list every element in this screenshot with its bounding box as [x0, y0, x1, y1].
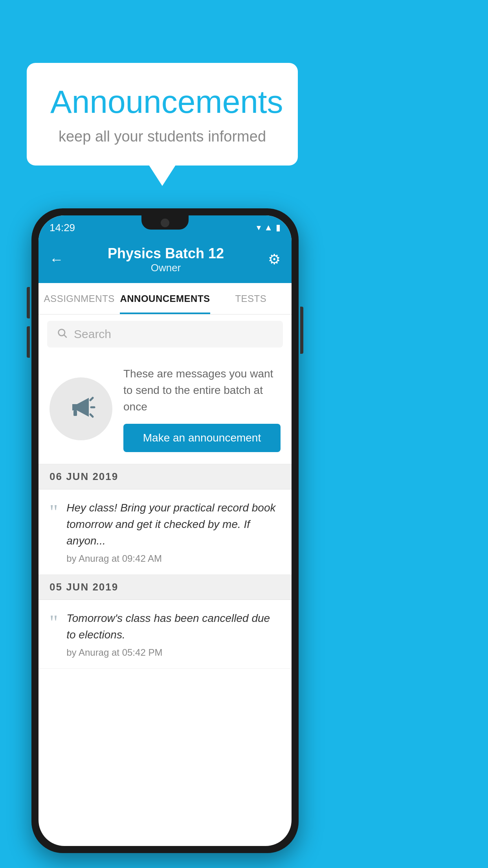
- quote-icon-1: ": [50, 502, 58, 522]
- app-header: ← Physics Batch 12 Owner ⚙: [39, 236, 292, 283]
- announcement-content-2: Tomorrow's class has been cancelled due …: [66, 610, 281, 658]
- tab-assignments[interactable]: ASSIGNMENTS: [39, 283, 120, 314]
- date-separator-1: 06 JUN 2019: [39, 464, 292, 489]
- header-subtitle: Owner: [108, 262, 224, 274]
- announcement-item-2[interactable]: " Tomorrow's class has been cancelled du…: [39, 600, 292, 669]
- battery-icon: ▮: [276, 223, 281, 233]
- volume-up-button[interactable]: [27, 287, 30, 318]
- header-title-group: Physics Batch 12 Owner: [108, 245, 224, 274]
- tab-bar: ASSIGNMENTS ANNOUNCEMENTS TESTS: [39, 283, 292, 314]
- svg-line-1: [64, 335, 66, 337]
- speech-bubble-subtitle: keep all your students informed: [50, 128, 274, 145]
- speech-bubble: Announcements keep all your students inf…: [27, 63, 298, 166]
- svg-point-0: [59, 329, 65, 335]
- promo-description: These are messages you want to send to t…: [123, 366, 281, 415]
- volume-down-button[interactable]: [27, 326, 30, 358]
- back-button[interactable]: ←: [50, 251, 64, 268]
- date-separator-2: 05 JUN 2019: [39, 575, 292, 600]
- status-icons: ▾ ▲ ▮: [257, 223, 281, 233]
- announcement-text-1: Hey class! Bring your practical record b…: [66, 500, 281, 549]
- announcement-meta-1: by Anurag at 09:42 AM: [66, 553, 281, 564]
- phone-outer: 14:29 ▾ ▲ ▮ ← Physics Batch 12 Owner ⚙: [31, 208, 299, 853]
- search-icon: [57, 327, 68, 342]
- quote-icon-2: ": [50, 612, 58, 633]
- wifi-icon: ▾: [257, 223, 261, 233]
- announcement-icon-circle: [50, 377, 112, 440]
- signal-icon: ▲: [264, 223, 273, 233]
- svg-line-2: [90, 398, 93, 400]
- svg-line-4: [90, 414, 93, 417]
- announcement-item-1[interactable]: " Hey class! Bring your practical record…: [39, 489, 292, 575]
- status-time: 14:29: [50, 222, 75, 234]
- announcement-text-2: Tomorrow's class has been cancelled due …: [66, 610, 281, 643]
- speech-bubble-container: Announcements keep all your students inf…: [27, 63, 298, 166]
- settings-icon[interactable]: ⚙: [268, 251, 281, 268]
- tab-tests[interactable]: TESTS: [210, 283, 292, 314]
- search-bar: Search: [39, 314, 292, 354]
- speech-bubble-title: Announcements: [50, 83, 274, 120]
- promo-right: These are messages you want to send to t…: [123, 366, 281, 452]
- header-title: Physics Batch 12: [108, 245, 224, 262]
- svg-rect-5: [73, 410, 77, 416]
- megaphone-icon: [65, 390, 97, 428]
- phone-container: 14:29 ▾ ▲ ▮ ← Physics Batch 12 Owner ⚙: [31, 208, 299, 853]
- promo-area: These are messages you want to send to t…: [39, 354, 292, 464]
- phone-camera: [161, 219, 169, 227]
- make-announcement-button[interactable]: Make an announcement: [123, 424, 281, 452]
- tab-announcements[interactable]: ANNOUNCEMENTS: [120, 283, 210, 314]
- search-placeholder-text: Search: [74, 327, 111, 341]
- announcement-meta-2: by Anurag at 05:42 PM: [66, 647, 281, 658]
- phone-screen: 14:29 ▾ ▲ ▮ ← Physics Batch 12 Owner ⚙: [39, 215, 292, 846]
- search-input-container[interactable]: Search: [47, 321, 283, 348]
- power-button[interactable]: [300, 307, 303, 354]
- announcement-content-1: Hey class! Bring your practical record b…: [66, 500, 281, 564]
